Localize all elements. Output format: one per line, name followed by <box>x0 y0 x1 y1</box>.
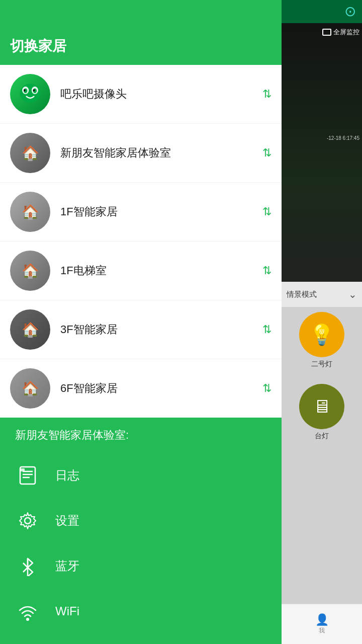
light-icon: 💡 <box>309 323 334 347</box>
scene-mode-label: 情景模式 <box>287 290 317 299</box>
sort-icon: ⇅ <box>262 323 272 336</box>
context-label: 新朋友智能家居体验室: <box>15 428 266 443</box>
chevron-down-icon: ⌄ <box>348 288 357 300</box>
gear-icon <box>15 508 40 533</box>
bottom-green-section: 新朋友智能家居体验室: 日志 设置 <box>0 418 282 644</box>
fullscreen-brackets-icon <box>322 29 331 36</box>
bottom-nav-right: 👤 我 <box>282 604 362 644</box>
home-list-item[interactable]: 吧乐吧摄像头 ⇅ <box>0 65 282 124</box>
device-desk-lamp-label: 台灯 <box>315 432 329 441</box>
wifi-icon <box>15 599 40 624</box>
desk-icon: 🖥 <box>313 396 331 417</box>
fullscreen-label: 全屏监控 <box>333 28 359 37</box>
svg-rect-11 <box>21 468 25 471</box>
avatar-elev: 🏠 <box>10 251 50 291</box>
sort-icon: ⇅ <box>262 205 272 218</box>
camera-area: ⊙ 全屏监控 -12-18 6:17:45 <box>282 0 362 282</box>
device-area: 💡 二号灯 🖥 台灯 <box>282 307 362 644</box>
home-item-name: 吧乐吧摄像头 <box>60 87 262 102</box>
camera-top-bar: ⊙ <box>282 0 362 23</box>
bluetooth-icon <box>15 553 40 579</box>
svg-line-15 <box>23 568 28 572</box>
overlay-panel: 切换家居 吧乐吧摄像头 ⇅ 🏠 <box>0 0 282 644</box>
panel-title: 切换家居 <box>10 37 66 56</box>
camera-timestamp: -12-18 6:17:45 <box>327 135 359 141</box>
log-icon <box>15 463 40 488</box>
sort-icon: ⇅ <box>262 264 272 277</box>
sort-icon: ⇅ <box>262 146 272 159</box>
menu-item-settings[interactable]: 设置 <box>15 498 266 543</box>
svg-point-16 <box>26 618 29 621</box>
avatar-bleb <box>10 74 50 114</box>
avatar-placeholder-icon: 🏠 <box>22 321 39 338</box>
menu-label-bluetooth: 蓝牙 <box>55 558 79 574</box>
home-list-item[interactable]: 🏠 3F智能家居 ⇅ <box>0 300 282 359</box>
avatar-3f: 🏠 <box>10 309 50 350</box>
profile-icon: 👤 <box>315 613 329 626</box>
home-list-item[interactable]: 🏠 6F智能家居 ⇅ <box>0 359 282 418</box>
home-item-name: 1F智能家居 <box>60 204 262 219</box>
svg-point-6 <box>33 89 35 92</box>
sort-icon: ⇅ <box>262 88 272 101</box>
fullscreen-button[interactable]: 全屏监控 <box>322 28 359 37</box>
menu-label-log: 日志 <box>55 467 79 484</box>
panel-header: 切换家居 <box>0 0 282 65</box>
avatar-new-friend: 🏠 <box>10 133 50 173</box>
menu-item-log[interactable]: 日志 <box>15 453 266 498</box>
svg-point-5 <box>24 89 26 92</box>
sort-icon: ⇅ <box>262 382 272 395</box>
svg-point-0 <box>20 84 40 102</box>
avatar-placeholder-icon: 🏠 <box>22 380 39 397</box>
home-list: 吧乐吧摄像头 ⇅ 🏠 新朋友智能家居体验室 ⇅ 🏠 1F智能家居 ⇅ 🏠 1F电… <box>0 65 282 418</box>
home-item-name: 1F电梯室 <box>60 263 262 278</box>
svg-point-12 <box>25 518 31 524</box>
avatar-1f: 🏠 <box>10 192 50 232</box>
menu-label-wifi: WiFi <box>55 604 79 618</box>
home-item-name: 3F智能家居 <box>60 322 262 337</box>
menu-label-settings: 设置 <box>55 513 79 529</box>
bleb-logo-icon <box>16 80 44 108</box>
home-item-name: 6F智能家居 <box>60 381 262 396</box>
home-item-name: 新朋友智能家居体验室 <box>60 145 262 160</box>
camera-icon: ⊙ <box>344 3 356 20</box>
avatar-6f: 🏠 <box>10 368 50 409</box>
device-desk-lamp[interactable]: 🖥 <box>299 384 344 429</box>
avatar-placeholder-icon: 🏠 <box>22 204 39 220</box>
home-list-item[interactable]: 🏠 1F智能家居 ⇅ <box>0 183 282 242</box>
device-light2[interactable]: 💡 <box>299 312 344 357</box>
svg-line-14 <box>23 563 28 568</box>
device-light2-label: 二号灯 <box>311 360 332 369</box>
scene-mode-bar[interactable]: 情景模式 ⌄ <box>282 282 362 307</box>
menu-item-wifi[interactable]: WiFi <box>15 589 266 634</box>
home-list-item[interactable]: 🏠 1F电梯室 ⇅ <box>0 242 282 300</box>
bottom-nav-label: 我 <box>319 626 325 635</box>
avatar-placeholder-icon: 🏠 <box>22 263 39 279</box>
menu-item-bluetooth[interactable]: 蓝牙 <box>15 543 266 589</box>
home-list-item[interactable]: 🏠 新朋友智能家居体验室 ⇅ <box>0 124 282 183</box>
avatar-placeholder-icon: 🏠 <box>22 145 39 162</box>
